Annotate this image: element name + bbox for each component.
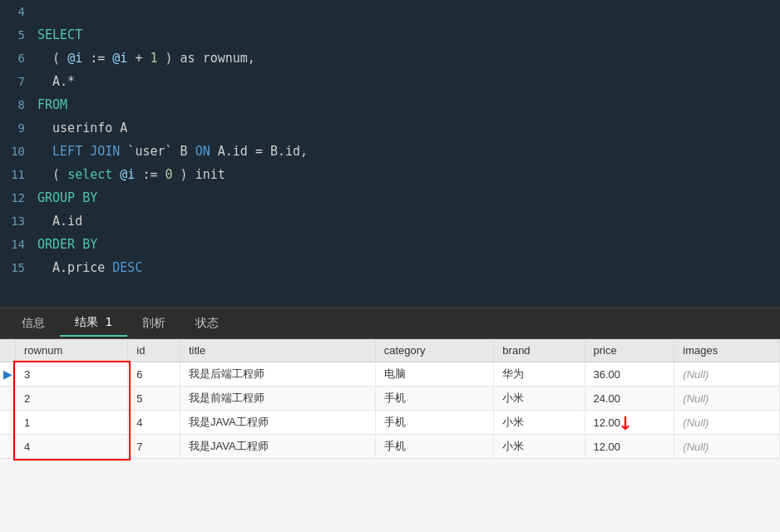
token-op: `user` B xyxy=(120,144,195,159)
line-content: LEFT JOIN `user` B ON A.id = B.id, xyxy=(37,140,780,163)
code-line: 10 LEFT JOIN `user` B ON A.id = B.id, xyxy=(0,140,780,163)
token-op: A.* xyxy=(37,74,75,89)
header-row: rownumidtitlecategorybrandpriceimages xyxy=(0,339,780,362)
token-op: + xyxy=(127,51,150,66)
code-line: 7 A.* xyxy=(0,70,780,93)
col-header-images: images xyxy=(674,339,780,362)
line-number: 13 xyxy=(0,209,37,233)
line-number: 11 xyxy=(0,163,37,186)
table-cell: 小米 xyxy=(494,435,585,459)
tab-信息[interactable]: 信息 xyxy=(7,311,60,336)
code-line: 8FROM xyxy=(0,93,780,116)
col-header-rownum: rownum xyxy=(16,339,128,362)
line-content: GROUP BY xyxy=(37,186,780,209)
token-var: @i xyxy=(120,167,135,182)
table-cell: 小米 xyxy=(494,411,585,435)
token-join-kw: LEFT JOIN xyxy=(37,144,120,159)
line-content: ORDER BY xyxy=(37,233,780,256)
table-cell: 手机 xyxy=(375,411,494,435)
results-area: rownumidtitlecategorybrandpriceimages ▶3… xyxy=(0,339,780,532)
token-op: ) init xyxy=(173,167,225,182)
table-cell: 7 xyxy=(128,435,180,459)
null-value: (Null) xyxy=(683,392,708,405)
table-cell: 小米 xyxy=(494,387,585,411)
token-kw: select xyxy=(67,167,112,182)
tab-结果 1[interactable]: 结果 1 xyxy=(60,310,127,337)
token-kw: SELECT xyxy=(37,27,82,42)
table-cell: ▶ xyxy=(0,362,16,387)
table-row: ▶36我是后端工程师电脑华为36.00(Null) xyxy=(0,362,780,387)
code-line: 13 A.id xyxy=(0,209,780,233)
table-cell: 1 xyxy=(16,411,128,435)
token-var: @i xyxy=(112,51,127,66)
line-number: 10 xyxy=(0,140,37,163)
code-line: 9 userinfo A xyxy=(0,116,780,140)
code-line: 11 ( select @i := 0 ) init xyxy=(0,163,780,186)
table-cell: 12.00 xyxy=(585,411,674,435)
results-wrapper: rownumidtitlecategorybrandpriceimages ▶3… xyxy=(0,339,780,532)
token-op: A.id = B.id, xyxy=(210,144,308,159)
table-cell: 我是JAVA工程师 xyxy=(180,435,376,459)
table-cell: 手机 xyxy=(375,387,494,411)
line-content: FROM xyxy=(37,93,780,116)
table-cell: 5 xyxy=(128,387,180,411)
token-op: userinfo A xyxy=(37,121,127,135)
table-cell: (Null) xyxy=(674,411,780,435)
token-op: ( xyxy=(37,51,67,66)
table-cell: 12.00 xyxy=(585,435,674,459)
table-cell: 2 xyxy=(16,387,128,411)
table-cell: (Null) xyxy=(674,387,780,411)
line-number: 15 xyxy=(0,256,37,279)
table-cell: 3 xyxy=(16,362,128,387)
token-op: ) xyxy=(158,51,180,66)
col-header-id: id xyxy=(128,339,180,362)
line-content: A.* xyxy=(37,70,780,93)
col-header-brand: brand xyxy=(494,339,585,362)
table-cell xyxy=(0,387,16,411)
token-kw: FROM xyxy=(37,97,67,112)
tab-状态[interactable]: 状态 xyxy=(180,311,234,336)
token-op: A.id xyxy=(37,214,82,229)
null-value: (Null) xyxy=(683,441,708,453)
table-cell: 我是JAVA工程师 xyxy=(180,411,376,435)
code-editor: 45SELECT6 ( @i := @i + 1 ) as rownum,7 A… xyxy=(0,0,780,308)
table-cell: 4 xyxy=(16,435,128,459)
col-header-category: category xyxy=(375,339,494,362)
code-line: 4 xyxy=(0,0,780,23)
token-op: rownum, xyxy=(195,51,255,66)
line-number: 12 xyxy=(0,186,37,209)
col-header-indicator xyxy=(0,339,16,362)
line-number: 6 xyxy=(0,47,37,70)
table-cell: 我是前端工程师 xyxy=(180,387,376,411)
line-content: A.id xyxy=(37,209,780,233)
table-row: 14我是JAVA工程师手机小米12.00(Null) xyxy=(0,411,780,435)
line-content: A.price DESC xyxy=(37,256,780,279)
code-line: 12GROUP BY xyxy=(0,186,780,209)
line-number: 9 xyxy=(0,116,37,140)
token-var: @i xyxy=(67,51,82,66)
token-op xyxy=(112,167,120,182)
table-cell: 24.00 xyxy=(585,387,674,411)
line-content: SELECT xyxy=(37,23,780,47)
code-line: 15 A.price DESC xyxy=(0,256,780,279)
table-body: ▶36我是后端工程师电脑华为36.00(Null)25我是前端工程师手机小米24… xyxy=(0,362,780,459)
token-kw: ORDER BY xyxy=(37,237,97,252)
token-id-name: as xyxy=(180,51,195,66)
token-kw: GROUP BY xyxy=(37,190,97,205)
table-header: rownumidtitlecategorybrandpriceimages xyxy=(0,339,780,362)
tab-剖析[interactable]: 剖析 xyxy=(127,311,180,336)
tabs-bar: 信息结果 1剖析状态 xyxy=(0,308,780,339)
token-op: := xyxy=(82,51,112,66)
code-line: 6 ( @i := @i + 1 ) as rownum, xyxy=(0,47,780,70)
results-table: rownumidtitlecategorybrandpriceimages ▶3… xyxy=(0,339,780,459)
line-number: 4 xyxy=(0,0,37,23)
table-row: 25我是前端工程师手机小米24.00(Null) xyxy=(0,387,780,411)
table-cell: 电脑 xyxy=(375,362,494,387)
table-cell: 4 xyxy=(128,411,180,435)
line-content: ( select @i := 0 ) init xyxy=(37,163,780,186)
table-cell: (Null) xyxy=(674,362,780,387)
table-row: 47我是JAVA工程师手机小米12.00(Null) xyxy=(0,435,780,459)
table-cell: 我是后端工程师 xyxy=(180,362,376,387)
null-value: (Null) xyxy=(683,416,708,429)
token-op: A.price xyxy=(37,260,112,275)
